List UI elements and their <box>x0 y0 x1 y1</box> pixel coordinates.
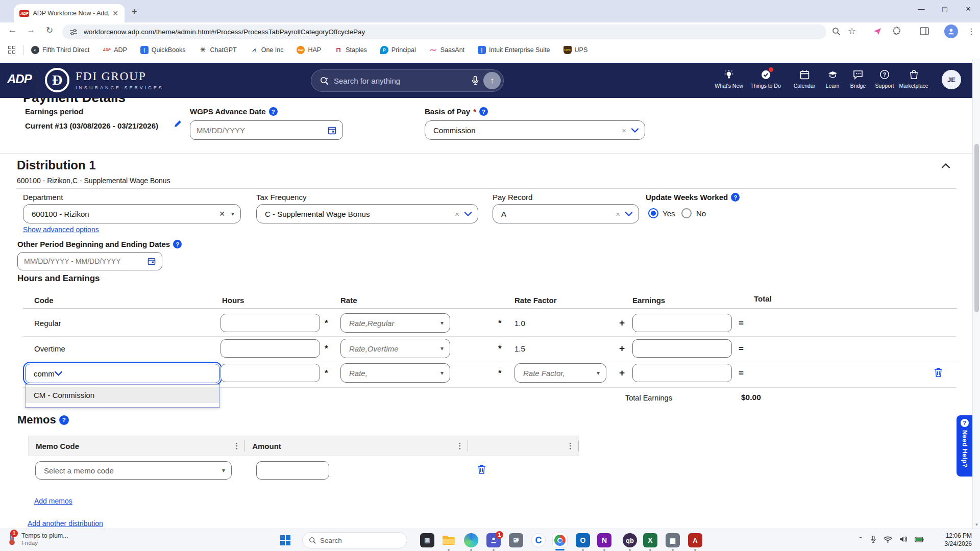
memo-code-select[interactable]: Select a memo code <box>35 461 232 480</box>
forward-button[interactable]: → <box>27 25 35 35</box>
page-scrollbar[interactable]: ▲ ▼ <box>972 51 980 529</box>
microphone-icon[interactable] <box>471 76 479 86</box>
bookmark-fifth-third[interactable]: ◐Fifth Third Direct <box>31 46 89 54</box>
wgps-advance-date-input[interactable]: MM/DD/YYYY <box>190 120 343 140</box>
adp-logo[interactable]: ADP <box>7 72 32 86</box>
bookmark-quickbooks[interactable]: ❘QuickBooks <box>140 46 186 54</box>
taskbar-search[interactable]: Search <box>302 532 407 548</box>
back-button[interactable]: ← <box>8 25 17 35</box>
window-restore-button[interactable]: ▢ <box>933 0 957 17</box>
new-tab-button[interactable]: + <box>132 7 137 16</box>
apps-grid-icon[interactable] <box>8 46 16 54</box>
app-terminal-icon[interactable]: ▣ <box>420 533 434 547</box>
nav-marketplace[interactable]: Marketplace <box>897 69 930 89</box>
add-memos-link[interactable]: Add memos <box>34 497 72 505</box>
scroll-down-arrow-icon[interactable]: ▼ <box>973 522 980 527</box>
onenote-icon[interactable]: N <box>597 533 611 547</box>
earnings-input-overtime[interactable] <box>632 339 732 358</box>
address-bar[interactable]: workforcenow.adp.com/theme/admin.html#/P… <box>62 24 826 39</box>
rate-select-regular[interactable]: Rate,Regular <box>340 313 450 333</box>
browser-tab[interactable]: ADP ADP Workforce Now - Add, Adj ✕ <box>14 4 125 22</box>
collapse-chevron-up-icon[interactable] <box>942 163 950 168</box>
edit-pencil-icon[interactable] <box>174 119 182 128</box>
column-menu-kebab-icon[interactable] <box>567 441 578 450</box>
rate-factor-select-new[interactable]: Rate Factor, <box>514 363 606 383</box>
bookmark-intuit-suite[interactable]: ❘Intuit Enterprise Suite <box>478 46 550 54</box>
bookmark-hap[interactable]: hapHAP <box>297 46 321 54</box>
outlook-icon[interactable]: O <box>576 533 590 547</box>
search-submit-button[interactable]: ↑ <box>483 72 501 89</box>
yes-radio[interactable] <box>648 208 658 218</box>
calculator-icon[interactable]: ▦ <box>666 533 680 547</box>
bookmark-ups[interactable]: UPSUPS <box>564 46 588 54</box>
tax-frequency-select[interactable]: C - Supplemental Wage Bonus <box>256 204 478 223</box>
calendar-picker-icon[interactable] <box>328 126 336 135</box>
show-advanced-options-link[interactable]: Show advanced options <box>23 226 99 234</box>
earnings-input-new[interactable] <box>632 364 732 382</box>
need-help-tab[interactable]: Need Help? <box>957 415 972 477</box>
bookmark-principal[interactable]: PPrincipal <box>380 46 416 54</box>
scrollbar-thumb[interactable] <box>974 144 979 312</box>
other-period-date-range-input[interactable]: MM/DD/YYYY - MM/DD/YYYY <box>17 252 162 270</box>
bookmark-star-icon[interactable]: ☆ <box>845 24 859 38</box>
tray-volume-icon[interactable] <box>899 536 908 543</box>
basis-of-pay-select[interactable]: Commission <box>425 120 645 140</box>
hours-input-regular[interactable] <box>220 314 320 332</box>
extension-pink-icon[interactable] <box>871 24 884 38</box>
column-resize-handle[interactable] <box>578 440 579 452</box>
excel-icon[interactable]: X <box>643 533 657 547</box>
column-menu-kebab-icon[interactable] <box>233 441 244 450</box>
tray-microphone-icon[interactable] <box>870 535 876 543</box>
acrobat-icon[interactable]: A <box>688 533 702 547</box>
side-panel-icon[interactable] <box>918 24 931 38</box>
calendar-picker-icon[interactable] <box>148 257 156 265</box>
zoom-icon[interactable] <box>829 24 843 38</box>
window-minimize-button[interactable]: — <box>910 0 933 17</box>
help-icon[interactable] <box>59 415 69 425</box>
reload-button[interactable]: ↻ <box>46 25 53 36</box>
system-app-icon[interactable]: 🖳 <box>509 533 523 547</box>
quickbooks-icon[interactable]: qb <box>623 533 637 547</box>
hours-input-overtime[interactable] <box>220 339 320 358</box>
hours-input-new[interactable] <box>220 364 320 382</box>
global-search-bar[interactable]: Search for anything ↑ <box>311 69 504 92</box>
chrome-icon[interactable] <box>553 533 567 547</box>
bookmark-staples[interactable]: ⊓Staples <box>334 46 367 54</box>
bookmark-adp[interactable]: ADPADP <box>103 46 127 54</box>
c-app-icon[interactable]: C <box>531 533 546 547</box>
nav-things-to-do[interactable]: Things to Do <box>749 69 782 89</box>
bookmark-one-inc[interactable]: ⩘One Inc <box>250 46 284 54</box>
dropdown-option-cm-commission[interactable]: CM - Commission <box>26 387 219 403</box>
column-menu-kebab-icon[interactable] <box>456 441 468 450</box>
earnings-code-combobox[interactable]: comm <box>25 364 220 383</box>
browser-profile-avatar[interactable] <box>944 24 958 38</box>
bookmark-saasant[interactable]: ⁓SaasAnt <box>429 46 464 54</box>
file-explorer-icon[interactable] <box>442 533 456 547</box>
teams-icon[interactable]: 1 <box>486 533 501 547</box>
nav-whats-new[interactable]: What's New <box>712 69 746 89</box>
help-icon[interactable] <box>269 107 278 116</box>
extensions-puzzle-icon[interactable] <box>890 24 903 38</box>
pay-record-select[interactable]: A <box>493 204 639 223</box>
clear-x-icon[interactable] <box>219 210 225 218</box>
add-another-distribution-link[interactable]: Add another distribution <box>28 519 103 528</box>
no-radio[interactable] <box>681 208 692 218</box>
start-button[interactable] <box>280 535 290 545</box>
help-icon[interactable] <box>173 240 182 248</box>
weather-widget[interactable]: 1 Temps to plum... Friday <box>6 531 68 546</box>
site-settings-icon[interactable] <box>69 28 78 36</box>
rate-select-new[interactable]: Rate, <box>340 363 450 383</box>
browser-menu-kebab-icon[interactable]: ⋮ <box>965 24 978 38</box>
clear-x-icon[interactable] <box>622 126 626 135</box>
department-select[interactable]: 600100 - Rizikon <box>23 204 241 223</box>
rate-select-overtime[interactable]: Rate,Overtime <box>340 339 450 358</box>
edge-browser-icon[interactable] <box>464 533 478 547</box>
earnings-input-regular[interactable] <box>632 314 732 332</box>
delete-memo-trash-icon[interactable] <box>477 464 486 474</box>
help-icon[interactable] <box>479 107 488 116</box>
memo-amount-input[interactable] <box>256 461 329 480</box>
clear-x-icon[interactable] <box>616 210 620 218</box>
help-icon[interactable] <box>731 193 740 202</box>
user-avatar[interactable]: JE <box>942 70 961 89</box>
delete-row-trash-icon[interactable] <box>934 367 943 377</box>
